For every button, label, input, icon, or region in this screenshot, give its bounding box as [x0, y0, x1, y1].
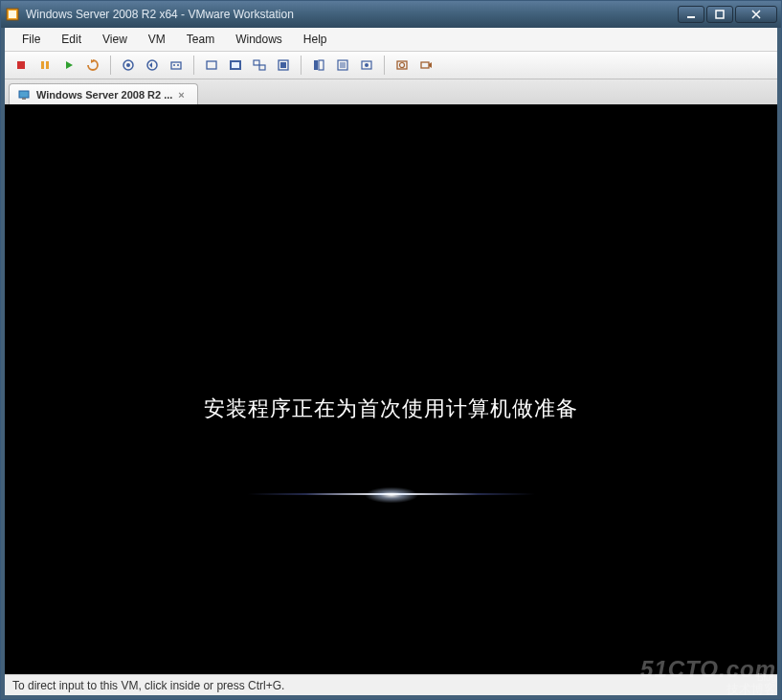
menu-team[interactable]: Team — [177, 30, 224, 49]
poweroff-button[interactable] — [11, 55, 32, 76]
svg-rect-17 — [232, 62, 239, 68]
toolbar-separator — [110, 56, 111, 75]
svg-rect-18 — [254, 60, 259, 65]
svg-point-13 — [173, 64, 175, 66]
svg-rect-32 — [421, 62, 429, 68]
svg-rect-1 — [9, 11, 16, 18]
toolbar-separator — [301, 56, 302, 75]
status-hint: To direct input to this VM, click inside… — [12, 679, 284, 692]
capture-button[interactable] — [391, 55, 413, 76]
svg-point-29 — [365, 63, 369, 67]
svg-rect-19 — [259, 65, 265, 70]
svg-point-31 — [400, 63, 405, 68]
appliance-button[interactable] — [356, 55, 377, 76]
quickswitch-button[interactable] — [249, 55, 270, 76]
svg-rect-12 — [171, 62, 181, 69]
tab-close-icon[interactable]: × — [178, 89, 190, 101]
svg-marker-7 — [66, 61, 73, 69]
menu-view[interactable]: View — [93, 30, 137, 49]
vm-tab-label: Windows Server 2008 R2 ... — [36, 89, 172, 101]
menu-windows[interactable]: Windows — [226, 30, 292, 49]
svg-rect-23 — [319, 60, 324, 70]
titlebar[interactable]: Windows Server 2008 R2 x64 - VMware Work… — [1, 1, 781, 28]
vm-display[interactable]: 安装程序正在为首次使用计算机做准备 — [5, 104, 777, 674]
toolbar — [5, 51, 777, 79]
suspend-button[interactable] — [34, 55, 56, 76]
svg-rect-21 — [280, 62, 286, 68]
svg-rect-35 — [22, 98, 26, 100]
vm-tab-icon — [17, 88, 31, 102]
revert-button[interactable] — [142, 55, 163, 76]
app-icon — [5, 7, 20, 22]
poweron-button[interactable] — [58, 55, 79, 76]
show-console-button[interactable] — [201, 55, 222, 76]
capture-movie-button[interactable] — [415, 55, 436, 76]
svg-point-10 — [126, 63, 130, 67]
minimize-button[interactable] — [678, 6, 704, 23]
window-title: Windows Server 2008 R2 x64 - VMware Work… — [26, 8, 678, 21]
svg-rect-6 — [46, 61, 49, 69]
menubar: File Edit View VM Team Windows Help — [5, 28, 777, 51]
menu-file[interactable]: File — [12, 30, 50, 49]
client-area: File Edit View VM Team Windows Help — [1, 28, 781, 699]
menu-help[interactable]: Help — [294, 30, 337, 49]
svg-rect-2 — [687, 16, 695, 18]
menu-vm[interactable]: VM — [139, 30, 175, 49]
vm-tab[interactable]: Windows Server 2008 R2 ... × — [9, 83, 198, 104]
window-controls — [678, 6, 777, 23]
snapshot-button[interactable] — [118, 55, 139, 76]
unity-button[interactable] — [273, 55, 294, 76]
toolbar-separator — [384, 56, 385, 75]
sidebar-button[interactable] — [308, 55, 329, 76]
svg-rect-3 — [716, 11, 724, 18]
fullscreen-button[interactable] — [225, 55, 246, 76]
svg-rect-34 — [19, 91, 29, 98]
svg-rect-5 — [41, 61, 44, 69]
toolbar-separator — [193, 56, 194, 75]
close-button[interactable] — [735, 6, 777, 23]
app-window: Windows Server 2008 R2 x64 - VMware Work… — [0, 0, 782, 700]
tabbar: Windows Server 2008 R2 ... × — [5, 79, 777, 104]
summary-button[interactable] — [332, 55, 353, 76]
svg-rect-4 — [17, 61, 25, 69]
setup-message: 安装程序正在为首次使用计算机做准备 — [5, 395, 777, 423]
progress-light-flare — [248, 481, 535, 509]
svg-rect-15 — [207, 61, 216, 69]
svg-rect-22 — [314, 60, 318, 70]
menu-edit[interactable]: Edit — [52, 30, 91, 49]
reset-button[interactable] — [82, 55, 103, 76]
svg-point-14 — [177, 64, 179, 66]
statusbar: To direct input to this VM, click inside… — [5, 674, 777, 695]
snapshot-manager-button[interactable] — [166, 55, 187, 76]
vm-boot-content: 安装程序正在为首次使用计算机做准备 — [5, 395, 777, 423]
maximize-button[interactable] — [706, 6, 733, 23]
